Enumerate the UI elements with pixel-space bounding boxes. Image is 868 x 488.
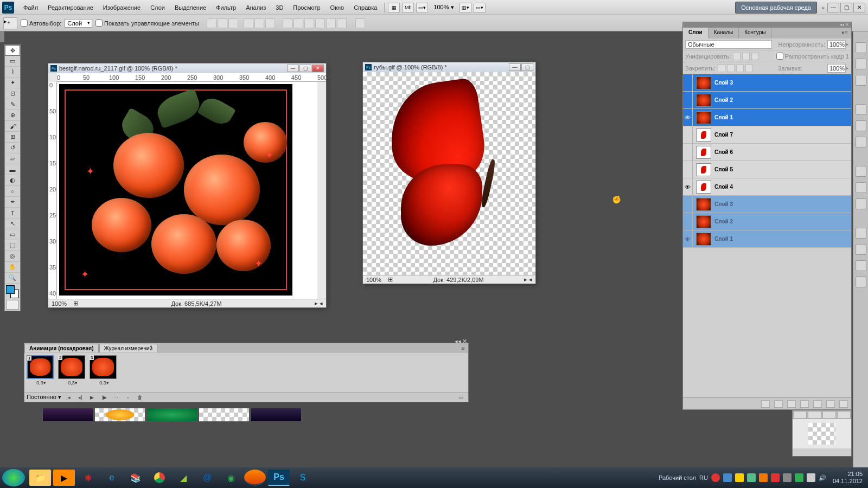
screen-mode2-icon[interactable]: ▭▾ <box>474 3 486 12</box>
strip-icon[interactable] <box>856 59 866 69</box>
chrome-icon[interactable] <box>149 470 170 486</box>
ie-icon[interactable]: e <box>101 470 123 486</box>
layer-row[interactable]: 👁Слой 1 <box>683 109 851 126</box>
lock-icon[interactable] <box>727 65 735 72</box>
doc1-canvas[interactable]: ✦ ✦ ✦ ✦ <box>57 82 317 299</box>
menu-Изображение[interactable]: Изображение <box>98 2 145 13</box>
strip-icon[interactable] <box>856 42 866 53</box>
fx-icon[interactable] <box>774 400 783 408</box>
visibility-toggle[interactable]: 👁 <box>683 178 693 195</box>
lock-icon[interactable] <box>718 65 725 72</box>
workspace-button[interactable]: Основная рабочая среда <box>735 2 817 14</box>
distribute-icon[interactable] <box>293 18 303 28</box>
left-collapse[interactable] <box>0 31 4 42</box>
tray-icon[interactable] <box>783 473 792 482</box>
channels-tab[interactable]: Каналы <box>709 28 739 38</box>
current-tool-icon[interactable]: ▸₊ <box>3 17 17 29</box>
type-tool[interactable]: T <box>5 208 20 219</box>
loop-selector[interactable]: Постоянно ▾ <box>27 394 61 401</box>
doc2-titlebar[interactable]: Ps губы.gif @ 100% (RGB/8) * — ▢ <box>363 62 535 72</box>
propagate-checkbox[interactable]: Распространить кадр 1 <box>776 53 849 60</box>
doc-minimize[interactable]: — <box>287 65 299 72</box>
doc-close[interactable]: ✕ <box>312 65 324 72</box>
blend-mode-select[interactable]: Обычные <box>685 40 772 49</box>
layer-row[interactable]: Слой 7 <box>683 126 851 144</box>
brush-tool[interactable]: 🖌 <box>5 121 20 132</box>
convert-timeline-button[interactable]: ▭ <box>456 394 466 401</box>
group-icon[interactable] <box>813 400 822 408</box>
dodge-tool[interactable]: ○ <box>5 186 20 197</box>
new-layer-icon[interactable] <box>826 400 835 408</box>
visibility-toggle[interactable] <box>683 196 693 213</box>
prev-frame-button[interactable]: ◂| <box>75 394 85 401</box>
layer-row[interactable]: Слой 3 <box>683 74 851 92</box>
strip-icon[interactable] <box>856 260 866 271</box>
next-frame-button[interactable]: |▶ <box>99 394 109 401</box>
visibility-toggle[interactable] <box>683 126 693 143</box>
menu-Файл[interactable]: Файл <box>18 2 43 13</box>
layer-row[interactable]: 👁Слой 4 <box>683 178 851 196</box>
mini-tab[interactable] <box>837 411 851 419</box>
strip-icon[interactable] <box>856 166 866 177</box>
visibility-toggle[interactable] <box>683 74 693 91</box>
tray-icon[interactable] <box>735 473 744 482</box>
history-brush-tool[interactable]: ↺ <box>5 143 20 153</box>
torrent-icon[interactable]: ◉ <box>220 470 242 486</box>
align-icon[interactable] <box>244 18 253 28</box>
tray-icon[interactable] <box>807 473 815 482</box>
app2-icon[interactable]: ◢ <box>173 470 194 486</box>
quickmask-toggle[interactable] <box>6 300 19 310</box>
doc-maximize[interactable]: ▢ <box>521 63 533 71</box>
show-desktop[interactable]: Рабочий стол <box>659 474 696 481</box>
doc1-titlebar[interactable]: Ps bestgif.narod.ru_2117.gif @ 100% (RGB… <box>48 63 326 73</box>
strip-icon[interactable] <box>856 244 866 255</box>
lock-icon[interactable] <box>736 65 744 72</box>
unify-icon[interactable] <box>742 53 750 60</box>
distribute-icon[interactable] <box>326 18 336 28</box>
start-button[interactable] <box>2 469 25 486</box>
strip-icon[interactable] <box>856 277 866 287</box>
visibility-toggle[interactable]: 👁 <box>683 109 693 126</box>
trash-icon[interactable] <box>839 400 848 408</box>
wand-tool[interactable]: ✦ <box>5 78 20 88</box>
menu-3D[interactable]: 3D <box>271 2 288 13</box>
eraser-tool[interactable]: ▱ <box>5 153 20 164</box>
visibility-toggle[interactable] <box>683 161 693 178</box>
screen-mode-icon[interactable]: ▦ <box>388 3 400 12</box>
distribute-icon[interactable] <box>304 18 314 28</box>
show-controls-checkbox[interactable]: Показать управляющие элементы <box>95 20 199 27</box>
layer-row[interactable]: 👁Слой 1 <box>683 230 851 248</box>
explorer-icon[interactable]: 📁 <box>29 470 51 486</box>
doc-maximize[interactable]: ▢ <box>299 65 311 72</box>
strip-icon[interactable] <box>856 75 866 86</box>
new-frame-button[interactable]: ▫ <box>123 394 133 401</box>
crop-tool[interactable]: ⊡ <box>5 88 20 99</box>
language-indicator[interactable]: RU <box>699 474 708 481</box>
visibility-toggle[interactable]: 👁 <box>683 230 693 247</box>
distribute-icon[interactable] <box>315 18 325 28</box>
autoselect-checkbox[interactable]: Автовыбор: <box>21 20 61 27</box>
frame-2[interactable]: 20,3▾ <box>58 355 87 390</box>
delete-frame-button[interactable]: 🗑 <box>135 394 145 401</box>
bridge-icon[interactable]: Mb <box>402 3 414 12</box>
menu-Фильтр[interactable]: Фильтр <box>211 2 241 13</box>
gradient-tool[interactable]: ▬ <box>5 164 20 175</box>
align-icon[interactable] <box>207 18 216 28</box>
doc-minimize[interactable]: — <box>509 63 521 71</box>
menu-Анализ[interactable]: Анализ <box>241 2 271 13</box>
mini-tab[interactable] <box>822 411 836 419</box>
paths-tab[interactable]: Контуры <box>739 28 771 38</box>
autoselect-target[interactable]: Слой <box>65 19 92 28</box>
strip-icon[interactable] <box>856 137 866 147</box>
path-tool[interactable]: ↖ <box>5 219 20 229</box>
move-tool[interactable]: ✥ <box>5 45 20 56</box>
strip-icon[interactable] <box>856 182 866 193</box>
zoom-level[interactable]: 100% ▾ <box>431 3 456 12</box>
skype-icon[interactable]: S <box>292 470 314 486</box>
layer-row[interactable]: Слой 2 <box>683 92 851 109</box>
layer-row[interactable]: Слой 6 <box>683 144 851 161</box>
fill-input[interactable]: 100% <box>827 64 846 73</box>
link-icon[interactable] <box>761 400 770 408</box>
menu-Справка[interactable]: Справка <box>349 2 382 13</box>
tray-icon[interactable] <box>759 473 768 482</box>
